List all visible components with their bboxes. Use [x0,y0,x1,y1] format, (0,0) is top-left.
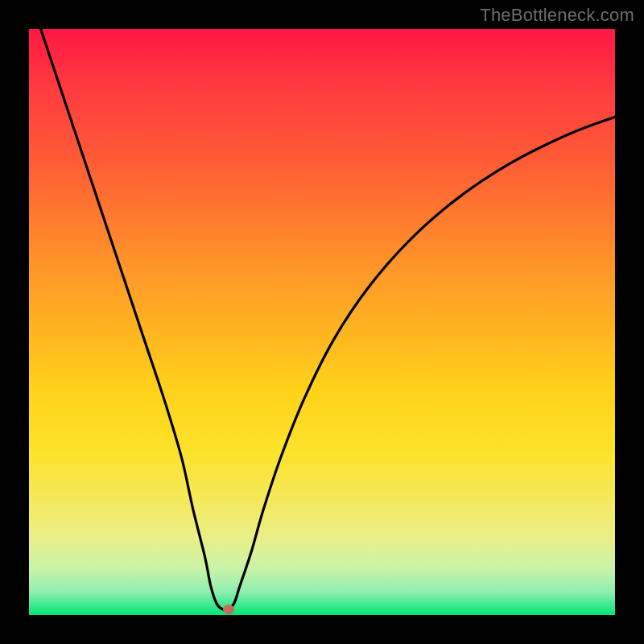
chart-frame: TheBottleneck.com [0,0,644,644]
curve-path [41,29,615,610]
min-marker [223,605,234,614]
bottleneck-curve [29,29,615,615]
watermark-text: TheBottleneck.com [480,5,634,26]
plot-area [29,29,615,615]
